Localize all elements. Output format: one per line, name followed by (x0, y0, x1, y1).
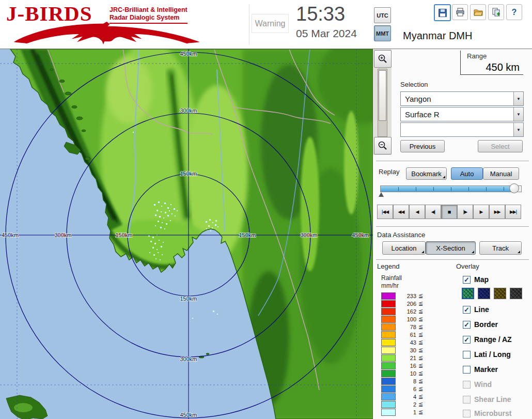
export-button[interactable] (488, 4, 504, 20)
product-dropdown-value[interactable]: Surface R (401, 107, 513, 121)
legend-leq: ≦ (418, 300, 423, 307)
legend-row: 206≦ (381, 300, 423, 307)
chevron-down-icon[interactable]: ▼ (513, 92, 523, 105)
replay-timeline-track[interactable] (380, 185, 522, 192)
submenu-corner-icon (472, 251, 474, 253)
legend-value: 162 (402, 308, 416, 315)
legend-color-swatch (381, 308, 396, 315)
track-button[interactable]: Track (479, 241, 522, 255)
legend-leq: ≦ (418, 385, 423, 392)
range-az-checkbox[interactable]: ✓ (463, 336, 471, 344)
submenu-corner-icon (443, 176, 445, 178)
previous-button[interactable]: Previous (400, 140, 445, 152)
separator (376, 259, 529, 261)
overlay-row-map: ✓ Map (463, 274, 489, 285)
replay-timeline-handle[interactable] (509, 183, 519, 193)
legend-value: 8 (402, 378, 416, 384)
overlay-row-border: ✓ Border (463, 319, 498, 330)
ring-label: 150km (180, 170, 197, 177)
map-scheme-swatch-olive[interactable] (494, 288, 506, 299)
zoom-slider-track[interactable] (378, 69, 387, 137)
map-scheme-swatch-navy[interactable] (478, 288, 490, 299)
skip-to-start-button[interactable]: |◀◀ (377, 205, 393, 219)
legend-color-swatch (381, 401, 396, 408)
skip-to-end-button[interactable]: ▶▶| (505, 205, 521, 219)
submenu-corner-icon (421, 251, 424, 253)
map-image: 450km 300km 150km 150km 300km 450km 450k… (0, 49, 373, 419)
wind-checkbox (463, 381, 471, 389)
help-button[interactable]: ? (506, 4, 522, 20)
timeline-tick (468, 187, 469, 191)
zoom-slider-thumb[interactable] (379, 70, 386, 121)
legend-row: 30≦ (381, 346, 423, 354)
fast-rewind-button[interactable]: ◀◀ (393, 205, 409, 219)
legend-row: 10≦ (381, 369, 423, 377)
product-dropdown[interactable]: Surface R ▼ (400, 107, 524, 121)
check-icon: ✓ (464, 276, 470, 284)
step-forward-button[interactable]: |▶ (457, 205, 473, 219)
ring-label: 300km (300, 232, 317, 238)
step-back-button[interactable]: ◀| (425, 205, 441, 219)
overlay-item-label: Lati / Long (474, 350, 511, 359)
open-folder-icon (474, 8, 483, 17)
legend-value: 21 (402, 355, 416, 361)
clock-time: 15:33 (296, 3, 345, 25)
play-reverse-button[interactable]: ◀ (409, 205, 425, 219)
location-button[interactable]: Location (382, 241, 426, 255)
map-scheme-swatch-gray[interactable] (510, 288, 522, 299)
ring-label: 300km (180, 356, 197, 362)
location-button-label: Location (391, 244, 416, 252)
replay-start-marker[interactable] (379, 192, 384, 197)
legend-value: 1 (402, 409, 416, 415)
fast-forward-button[interactable]: ▶▶ (489, 205, 505, 219)
legend-color-swatch (381, 370, 396, 377)
ring-label: 300km (54, 232, 71, 238)
print-button[interactable] (452, 4, 468, 20)
separator (376, 226, 529, 228)
map-checkbox[interactable]: ✓ (463, 276, 471, 284)
legend-label: Legend (377, 262, 399, 270)
save-button[interactable] (434, 4, 451, 21)
app-logo-subtitle: JRC-Brilliant & Intelligent Radar Dialog… (109, 6, 187, 24)
overlay-item-label: Line (474, 305, 489, 314)
legend-value: 43 (402, 339, 416, 346)
chevron-down-icon[interactable]: ▼ (513, 123, 523, 136)
microburst-checkbox (463, 410, 471, 417)
x-section-button[interactable]: X-Section (426, 241, 476, 255)
site-dropdown[interactable]: Yangon ▼ (400, 91, 524, 106)
legend-value: 4 (402, 394, 416, 400)
zoom-out-button[interactable] (374, 137, 392, 154)
open-folder-button[interactable] (470, 4, 486, 20)
zoom-in-button[interactable] (374, 50, 392, 68)
line-checkbox[interactable]: ✓ (463, 306, 471, 314)
legend-color-swatch (381, 339, 396, 346)
lati-long-checkbox[interactable] (463, 351, 471, 359)
radar-map[interactable]: 450km 300km 150km 150km 300km 450km 450k… (0, 49, 373, 419)
chevron-down-icon[interactable]: ▼ (513, 107, 523, 121)
legend-leq: ≦ (418, 401, 423, 408)
overlay-label: Overlay (456, 262, 479, 270)
extra-dropdown[interactable]: ▼ (400, 122, 524, 137)
check-icon: ✓ (464, 321, 470, 329)
map-scheme-swatch-green[interactable] (462, 288, 474, 299)
legend-row: 21≦ (381, 354, 423, 362)
overlay-item-label: Wind (474, 380, 492, 389)
timeline-tick (398, 187, 399, 191)
legend-color-swatch (381, 347, 396, 354)
mmt-toggle-button[interactable]: MMT (374, 25, 391, 41)
marker-checkbox[interactable] (463, 366, 471, 374)
stop-button[interactable]: ■ (441, 205, 457, 219)
extra-dropdown-value[interactable] (401, 123, 513, 136)
legend-color-swatch (381, 385, 396, 393)
auto-mode-button[interactable]: Auto (451, 167, 483, 180)
play-button[interactable]: ▶ (473, 205, 489, 219)
overlay-row-range-az: ✓ Range / AZ (463, 334, 512, 345)
border-checkbox[interactable]: ✓ (463, 321, 471, 329)
overlay-row-line: ✓ Line (463, 304, 489, 315)
bookmark-button[interactable]: Bookmark (406, 167, 447, 180)
manual-mode-button[interactable]: Manual (483, 167, 519, 180)
site-dropdown-value[interactable]: Yangon (401, 92, 513, 105)
overlay-row-wind: Wind (463, 379, 492, 390)
legend-leq: ≦ (418, 354, 423, 361)
utc-toggle-button[interactable]: UTC (374, 7, 391, 23)
